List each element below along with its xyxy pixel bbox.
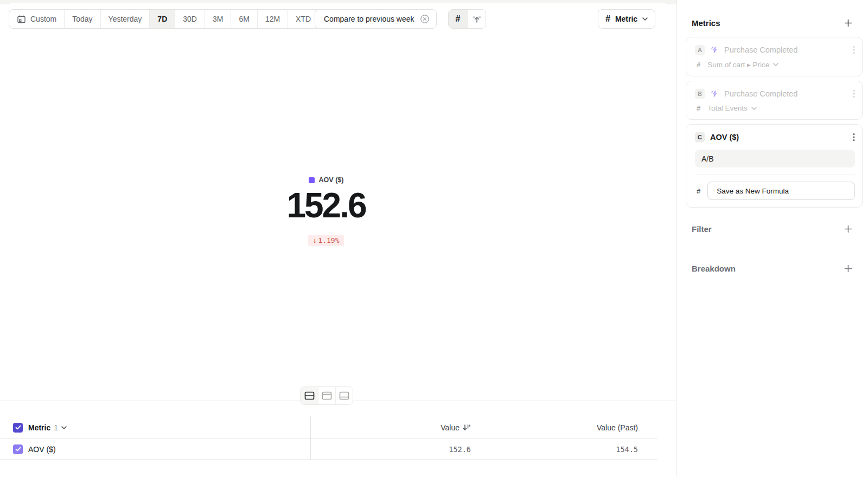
metric-count: 1 [54,423,58,432]
event-spark-icon [710,89,719,98]
table-column-divider [310,416,311,460]
metric-button-label: Metric [615,15,637,23]
row-value: 152.6 [449,445,471,454]
chart-type-toggle: # [448,9,486,29]
chevron-down-icon [751,107,757,110]
change-badge: ↓ 1.19% [0,235,652,246]
top-bar-layout-icon [322,391,332,400]
metrics-section-header: Metrics [692,18,853,28]
filter-section-header: Filter [692,224,853,234]
results-table: Metric 1 Value Value (Past) AOV ($) 1 [0,416,658,460]
metric-badge-b: B [695,89,705,99]
breakdown-title: Breakdown [692,264,736,273]
layout-toggle-group [300,386,353,405]
chevron-down-icon [642,17,648,21]
split-layout-icon [304,391,315,400]
card-divider [695,175,855,175]
aggregation-selector[interactable]: Total Events [707,104,757,112]
metric-card-a[interactable]: A Purchase Completed # Sum of cart ▸ Pri… [686,37,863,76]
metric-card-b[interactable]: B Purchase Completed # Total Events [686,81,863,120]
date-range-yesterday[interactable]: Yesterday [101,10,150,28]
add-filter-button[interactable] [843,224,853,234]
value-past-column-header[interactable]: Value (Past) [597,423,638,432]
big-number-value: 152.6 [0,186,652,224]
query-builder-sidebar: Metrics A Purchase Completed [676,0,868,477]
table-header-row: Metric 1 Value Value (Past) [0,416,658,439]
date-range-6m[interactable]: 6M [231,10,257,28]
metric-legend: AOV ($) [0,176,652,184]
table-view-button[interactable] [335,387,353,404]
metric-event-name: Purchase Completed [724,89,847,98]
date-range-3m[interactable]: 3M [205,10,231,28]
add-metric-button[interactable] [843,18,853,28]
row-checkbox[interactable] [13,444,23,454]
chevron-down-icon [773,63,778,66]
legend-label: AOV ($) [319,176,344,184]
date-range-today[interactable]: Today [65,10,100,28]
toolbar: Custom Today Yesterday 7D 30D 3M 6M 12M [0,9,676,29]
metric-dropdown-button[interactable]: # Metric [598,9,655,29]
close-circle-icon[interactable] [420,14,430,24]
calendar-icon [17,15,26,24]
compare-pill[interactable]: Compare to previous week [315,9,437,29]
arrow-down-icon: ↓ [313,236,317,244]
aggregation-selector[interactable]: Sum of cart ▸ Price [707,60,778,69]
number-view-button[interactable]: # [449,10,467,28]
hash-icon: # [697,61,700,69]
date-range-12m[interactable]: 12M [258,10,288,28]
change-value: 1.19% [318,236,339,244]
row-value-past: 154.5 [616,445,638,454]
split-view-button[interactable] [301,387,318,404]
compare-pill-label: Compare to previous week [324,15,414,23]
breakdown-section-header: Breakdown [692,263,853,273]
date-range-label: Custom [30,15,56,23]
sort-descending-icon [463,424,471,431]
chevron-down-icon [61,426,67,429]
metric-badge-a: A [695,45,705,55]
add-breakdown-button[interactable] [843,263,853,273]
save-as-new-formula-button[interactable]: Save as New Formula [707,182,855,200]
value-column-header[interactable]: Value [441,423,471,432]
kebab-menu-icon[interactable] [853,89,855,98]
main-panel: Custom Today Yesterday 7D 30D 3M 6M 12M [0,0,676,477]
row-metric-name: AOV ($) [28,445,56,454]
trend-view-button[interactable] [467,10,486,28]
select-all-checkbox[interactable] [13,423,23,433]
chart-view-button[interactable] [318,387,335,404]
metrics-title: Metrics [692,18,720,28]
hash-icon: # [697,187,700,195]
metric-badge-c: C [695,132,705,142]
metric-card-c[interactable]: C AOV ($) # Save as New Formula [686,124,863,208]
hash-icon: # [456,14,461,24]
metric-cards: A Purchase Completed # Sum of cart ▸ Pri… [686,37,863,208]
metric-event-name: Purchase Completed [724,46,847,54]
metric-column-header[interactable]: Metric 1 [28,423,67,432]
formula-metric-name: AOV ($) [710,133,847,141]
event-spark-icon [710,46,719,54]
kebab-menu-icon[interactable] [853,46,855,54]
hash-icon: # [605,14,610,24]
formula-input[interactable] [695,150,855,167]
date-range-7d[interactable]: 7D [150,10,175,28]
date-range-30d[interactable]: 30D [175,10,205,28]
date-range-group: Custom Today Yesterday 7D 30D 3M 6M 12M [9,9,329,29]
filter-title: Filter [692,224,712,234]
table-row[interactable]: AOV ($) 152.6 154.5 [0,439,658,460]
kebab-menu-icon[interactable] [853,133,855,141]
arrow-to-top-icon [472,14,482,24]
bottom-bar-layout-icon [339,391,349,400]
hash-icon: # [697,104,700,112]
legend-swatch [309,177,315,183]
date-range-custom[interactable]: Custom [9,10,65,28]
